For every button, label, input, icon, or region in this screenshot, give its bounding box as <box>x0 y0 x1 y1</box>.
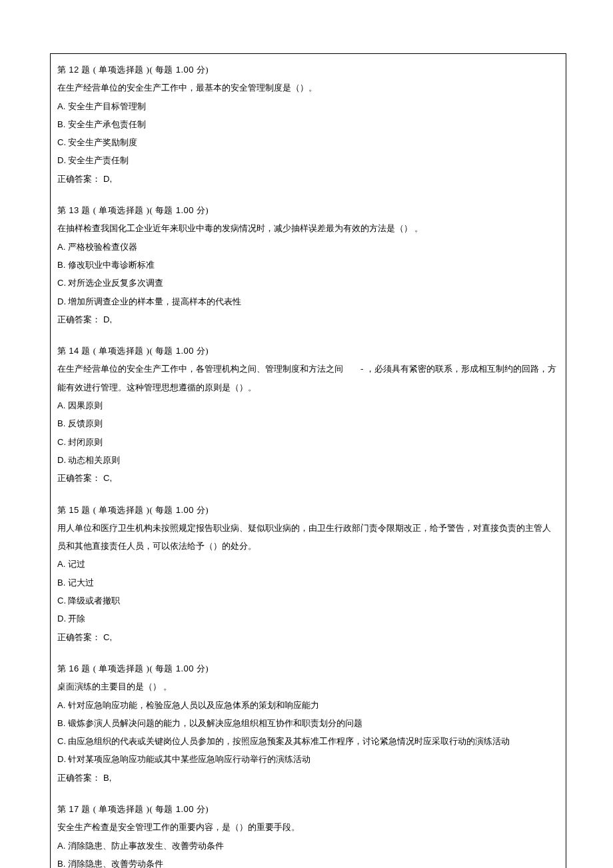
option-b: B. 记大过 <box>57 574 559 592</box>
question-points: 1.00 <box>176 505 194 515</box>
option-b: B. 反馈原则 <box>57 414 559 432</box>
label-ti: 题 <box>81 804 91 814</box>
option-b: B. 消除隐患、改善劳动条件 <box>57 855 559 868</box>
question-type: ( 单项选择题 )( <box>93 346 153 356</box>
question-header: 第 16 题 ( 单项选择题 )( 每题 1.00 分) <box>57 659 559 677</box>
option-b: B. 锻炼参演人员解决问题的能力，以及解决应急组织相互协作和职责划分的问题 <box>57 714 559 732</box>
question-number: 17 <box>69 804 79 814</box>
label-ti: 题 <box>81 505 91 515</box>
option-a: A. 因果原则 <box>57 396 559 414</box>
question-type: ( 单项选择题 )( <box>93 663 153 673</box>
option-c: C. 安全生产奖励制度 <box>57 133 559 151</box>
question-type: ( 单项选择题 )( <box>93 205 153 215</box>
correct-answer: 正确答案：D, <box>57 170 559 188</box>
question-stem: 桌面演练的主要目的是（） 。 <box>57 677 559 695</box>
option-a: A. 消除隐患、防止事故发生、改善劳动条件 <box>57 837 559 855</box>
label-meiti: 每题 <box>155 346 173 356</box>
label-di: 第 <box>57 65 67 75</box>
label-fen: 分 <box>197 505 206 515</box>
option-d: D. 动态相关原则 <box>57 451 559 469</box>
label-meiti: 每题 <box>155 804 173 814</box>
question-16: 第 16 题 ( 单项选择题 )( 每题 1.00 分) 桌面演练的主要目的是（… <box>57 659 559 787</box>
label-ti: 题 <box>81 65 91 75</box>
option-c: C. 对所选企业反复多次调查 <box>57 274 559 292</box>
question-stem: 在生产经营单位的安全生产工作中，最基本的安全管理制度是（）。 <box>57 79 559 97</box>
label-meiti: 每题 <box>155 65 173 75</box>
question-points: 1.00 <box>176 804 194 814</box>
label-di: 第 <box>57 505 67 515</box>
correct-answer: 正确答案：D, <box>57 310 559 328</box>
label-di: 第 <box>57 804 67 814</box>
option-a: A. 严格校验检查仪器 <box>57 238 559 256</box>
question-type: ( 单项选择题 )( <box>93 804 153 814</box>
label-fen: 分 <box>197 346 206 356</box>
question-stem: 安全生产检查是安全管理工作的重要内容，是（）的重要手段。 <box>57 818 559 836</box>
question-stem: 在生产经营单位的安全生产工作中，各管理机构之间、管理制度和方法之间 - ，必须具… <box>57 360 559 396</box>
question-type: ( 单项选择题 )( <box>93 505 153 515</box>
question-header: 第 17 题 ( 单项选择题 )( 每题 1.00 分) <box>57 800 559 818</box>
option-c: C. 由应急组织的代表或关键岗位人员参加的，按照应急预案及其标准工作程序，讨论紧… <box>57 732 559 750</box>
exam-content: 第 12 题 ( 单项选择题 )( 每题 1.00 分) 在生产经营单位的安全生… <box>50 53 566 868</box>
label-meiti: 每题 <box>155 505 173 515</box>
question-points: 1.00 <box>176 65 194 75</box>
correct-answer: 正确答案：B, <box>57 769 559 787</box>
question-stem: 在抽样检查我国化工企业近年来职业中毒的发病情况时，减少抽样误差最为有效的方法是（… <box>57 219 559 237</box>
option-a: A. 记过 <box>57 555 559 573</box>
label-fen: 分 <box>197 663 206 673</box>
question-15: 第 15 题 ( 单项选择题 )( 每题 1.00 分) 用人单位和医疗卫生机构… <box>57 501 559 646</box>
correct-answer: 正确答案：C, <box>57 628 559 646</box>
question-header: 第 15 题 ( 单项选择题 )( 每题 1.00 分) <box>57 501 559 519</box>
question-points: 1.00 <box>176 346 194 356</box>
label-fen: 分 <box>197 205 206 215</box>
option-d: D. 增加所调查企业的样本量，提高样本的代表性 <box>57 292 559 310</box>
label-ti: 题 <box>81 663 91 673</box>
question-13: 第 13 题 ( 单项选择题 )( 每题 1.00 分) 在抽样检查我国化工企业… <box>57 201 559 328</box>
option-c: C. 降级或者撤职 <box>57 592 559 610</box>
question-number: 15 <box>69 505 79 515</box>
option-d: D. 针对某项应急响应功能或其中某些应急响应行动举行的演练活动 <box>57 750 559 768</box>
question-points: 1.00 <box>176 663 194 673</box>
option-b: B. 安全生产承包责任制 <box>57 115 559 133</box>
question-number: 12 <box>69 65 79 75</box>
question-stem: 用人单位和医疗卫生机构未按照规定报告职业病、疑似职业病的，由卫生行政部门责令限期… <box>57 519 559 556</box>
option-a: A. 安全生产目标管理制 <box>57 97 559 115</box>
question-header: 第 12 题 ( 单项选择题 )( 每题 1.00 分) <box>57 61 559 79</box>
question-17: 第 17 题 ( 单项选择题 )( 每题 1.00 分) 安全生产检查是安全管理… <box>57 800 559 868</box>
label-fen: 分 <box>197 804 206 814</box>
label-ti: 题 <box>81 346 91 356</box>
question-number: 16 <box>69 663 79 673</box>
question-points: 1.00 <box>176 205 194 215</box>
label-ti: 题 <box>81 205 91 215</box>
correct-answer: 正确答案：C, <box>57 469 559 487</box>
option-c: C. 封闭原则 <box>57 433 559 451</box>
option-d: D. 开除 <box>57 610 559 628</box>
option-a: A. 针对应急响应功能，检验应急人员以及应急体系的策划和响应能力 <box>57 696 559 714</box>
question-number: 13 <box>69 205 79 215</box>
label-di: 第 <box>57 663 67 673</box>
question-header: 第 13 题 ( 单项选择题 )( 每题 1.00 分) <box>57 201 559 219</box>
label-fen: 分 <box>197 65 206 75</box>
label-meiti: 每题 <box>155 205 173 215</box>
question-type: ( 单项选择题 )( <box>93 65 153 75</box>
label-di: 第 <box>57 346 67 356</box>
option-d: D. 安全生产责任制 <box>57 151 559 169</box>
question-number: 14 <box>69 346 79 356</box>
label-meiti: 每题 <box>155 663 173 673</box>
label-di: 第 <box>57 205 67 215</box>
question-12: 第 12 题 ( 单项选择题 )( 每题 1.00 分) 在生产经营单位的安全生… <box>57 61 559 188</box>
option-b: B. 修改职业中毒诊断标准 <box>57 256 559 274</box>
question-header: 第 14 题 ( 单项选择题 )( 每题 1.00 分) <box>57 342 559 360</box>
question-14: 第 14 题 ( 单项选择题 )( 每题 1.00 分) 在生产经营单位的安全生… <box>57 342 559 487</box>
